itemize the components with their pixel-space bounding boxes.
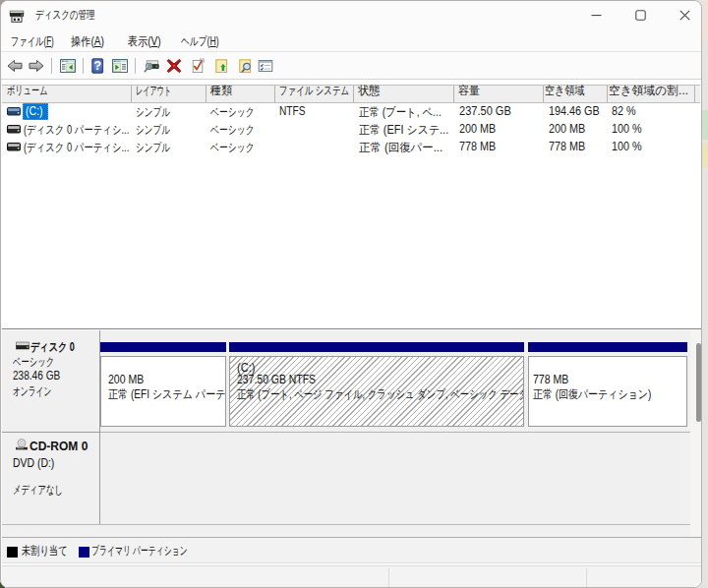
cdrom-status: メディアなし [13,482,63,499]
partition-efi-body: 200 MB 正常 (EFI システム パーテ [100,356,226,427]
col-layout[interactable]: レイアウト [136,83,171,99]
menu-view[interactable]: 表示(V) [128,33,161,50]
action-pane-icon[interactable] [112,58,128,74]
disk-icon [16,340,30,352]
legend-bar: 未割り当て プライマリ パーティション [2,537,702,563]
explore-icon[interactable] [237,58,253,74]
title-bar[interactable]: ディスクの管理 [1,1,701,30]
delete-volume-icon[interactable] [166,58,182,74]
partition-size: 778 MB [533,373,568,386]
cell-volume: (ディスク 0 パーティシ... [24,122,129,139]
minimize-button[interactable] [574,1,619,30]
cell-capacity: 200 MB [459,122,496,136]
cell-capacity: 778 MB [459,140,496,153]
col-fs[interactable]: ファイル システム [279,83,349,99]
partition-status: 正常 (回復パーティション) [533,386,651,403]
cell-free: 194.46 GB [549,104,600,118]
cell-status: 正常 (回復パー... [359,140,442,156]
maximize-button[interactable] [619,1,663,30]
col-status[interactable]: 状態 [358,83,380,99]
forward-icon[interactable] [29,58,44,74]
cell-pct: 82 % [612,104,636,118]
col-free-pct[interactable]: 空き領域の割... [609,83,688,99]
legend-primary-swatch [79,547,89,558]
desktop-edge [702,110,708,140]
close-button[interactable] [663,1,702,30]
desktop-corner [701,0,708,41]
partition-efi-colorbar [100,342,226,353]
cell-free: 200 MB [549,122,585,136]
legend-unallocated-label: 未割り当て [22,543,68,559]
svg-text:?: ? [93,58,101,73]
volume-icon [7,143,21,151]
cell-type: ベーシック [210,140,255,156]
partition-recovery-body: 778 MB 正常 (回復パーティション) [528,356,687,427]
volume-row-recovery[interactable]: (ディスク 0 パーティシ... シンプル ベーシック 正常 (回復パー... … [2,139,700,156]
help-topics-icon[interactable] [258,58,273,74]
cdrom-name: CD-ROM 0 [30,440,88,453]
cdrom-media: DVD (D:) [13,456,54,470]
cell-fs: NTFS [279,104,306,118]
menu-help[interactable]: ヘルプ(H) [181,33,219,50]
cell-layout: シンプル [136,122,170,139]
cell-layout: シンプル [136,140,170,156]
cell-layout: シンプル [136,104,170,121]
partition-size: 200 MB [108,373,144,386]
toolbar-separator [83,58,84,74]
toolbar-separator [135,58,136,74]
list-header: ボリューム レイアウト 種類 ファイル システム 状態 容量 空き領域 空き領域… [2,85,700,103]
col-type[interactable]: 種類 [210,83,232,99]
disk0-label-cell[interactable]: ディスク 0 ベーシック 238.46 GB オンライン [2,330,100,432]
cdrom-label-cell[interactable]: CD-ROM 0 DVD (D:) メディアなし [2,433,100,524]
disk-rescan-icon[interactable] [144,58,159,74]
desktop-edge [702,144,708,167]
volume-row-efi[interactable]: (ディスク 0 パーティシ... シンプル ベーシック 正常 (EFI システ.… [2,121,700,139]
selected-volume-label[interactable]: (C:) [23,103,48,120]
cell-free: 778 MB [549,140,585,153]
partition-c[interactable]: (C:) 237.50 GB NTFS 正常 (ブート, ページ ファイル, ク… [229,342,524,428]
close-icon [679,10,690,21]
menu-action[interactable]: 操作(A) [71,33,104,50]
scrollbar-thumb[interactable] [696,343,701,422]
partition-efi[interactable]: 200 MB 正常 (EFI システム パーテ [100,342,226,428]
cell-status: 正常 (EFI システ... [359,122,448,139]
help-icon[interactable]: ? [89,58,105,74]
export-list-icon[interactable] [213,58,229,74]
partition-c-colorbar [229,342,524,353]
window-title: ディスクの管理 [35,7,95,24]
cell-type: ベーシック [210,122,255,139]
legend-unallocated-swatch [7,547,18,558]
volume-icon [7,125,21,134]
disk-management-app-icon [9,9,25,24]
partition-c-body: (C:) 237.50 GB NTFS 正常 (ブート, ページ ファイル, ク… [229,356,524,427]
cell-type: ベーシック [210,104,255,121]
maximize-icon [635,10,646,21]
properties-check-icon[interactable] [190,58,206,74]
back-icon[interactable] [7,58,23,74]
graphical-pane-scrollbar[interactable] [690,330,702,537]
toolbar: ? [1,52,701,80]
menu-file[interactable]: ファイル(F) [11,33,54,50]
col-volume[interactable]: ボリューム [7,83,48,99]
disk0-status: オンライン [13,383,51,400]
partition-status: 正常 (EFI システム パーテ [108,386,226,403]
disk-management-window: ディスクの管理 ファイル(F) 操作(A) 表示(V) ヘルプ(H) [0,0,702,588]
cell-pct: 100 % [612,140,642,153]
status-bar [2,565,702,588]
volume-list-pane: ボリューム レイアウト 種類 ファイル システム 状態 容量 空き領域 空き領域… [2,80,702,329]
partition-recovery[interactable]: 778 MB 正常 (回復パーティション) [528,342,687,428]
cdrom-icon [15,439,29,450]
col-free[interactable]: 空き領域 [545,83,585,99]
toolbar-separator [51,58,52,74]
partition-size: 237.50 GB NTFS [237,373,316,386]
volume-row-c[interactable]: (C:) シンプル ベーシック NTFS 正常 (ブート, ペ... 237.5… [2,103,700,121]
cell-capacity: 237.50 GB [459,104,511,118]
partition-recovery-colorbar [528,342,687,353]
console-tree-icon[interactable] [60,58,76,74]
cell-status: 正常 (ブート, ペ... [359,104,442,121]
graphical-view-pane: ディスク 0 ベーシック 238.46 GB オンライン 200 MB 正常 (… [2,330,702,537]
legend-primary-label: プライマリ パーティション [91,543,188,559]
volume-icon [7,107,21,116]
disk0-size: 238.46 GB [13,369,60,382]
col-capacity[interactable]: 容量 [458,83,480,99]
